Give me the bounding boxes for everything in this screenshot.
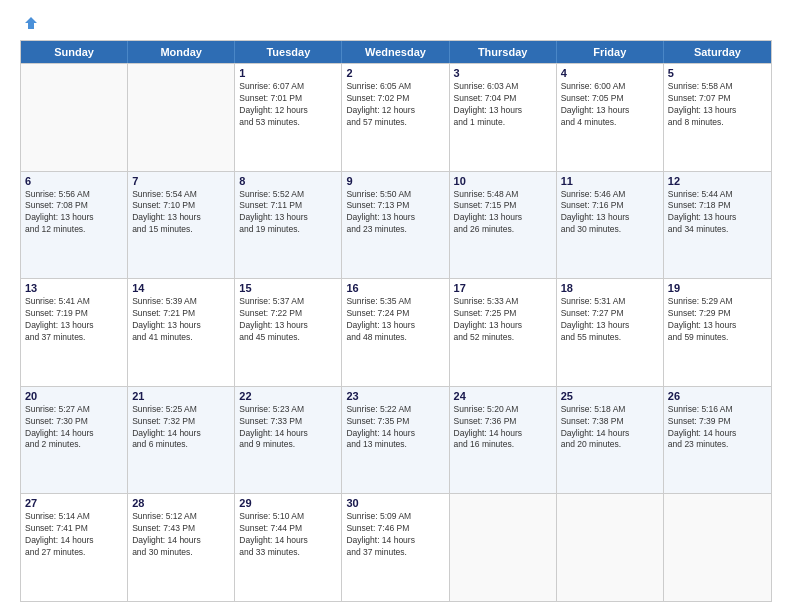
day-info: Sunrise: 5:46 AM Sunset: 7:16 PM Dayligh… [561, 189, 659, 237]
calendar-cell: 17Sunrise: 5:33 AM Sunset: 7:25 PM Dayli… [450, 279, 557, 386]
svg-marker-0 [25, 17, 37, 29]
day-number: 5 [668, 67, 767, 79]
calendar-cell: 12Sunrise: 5:44 AM Sunset: 7:18 PM Dayli… [664, 172, 771, 279]
day-info: Sunrise: 5:16 AM Sunset: 7:39 PM Dayligh… [668, 404, 767, 452]
header-day-tuesday: Tuesday [235, 41, 342, 63]
day-number: 11 [561, 175, 659, 187]
day-info: Sunrise: 5:56 AM Sunset: 7:08 PM Dayligh… [25, 189, 123, 237]
calendar-row-3: 20Sunrise: 5:27 AM Sunset: 7:30 PM Dayli… [21, 386, 771, 494]
calendar-cell [128, 64, 235, 171]
header-day-thursday: Thursday [450, 41, 557, 63]
day-number: 20 [25, 390, 123, 402]
calendar-cell: 11Sunrise: 5:46 AM Sunset: 7:16 PM Dayli… [557, 172, 664, 279]
header-day-sunday: Sunday [21, 41, 128, 63]
calendar-row-0: 1Sunrise: 6:07 AM Sunset: 7:01 PM Daylig… [21, 63, 771, 171]
day-info: Sunrise: 5:22 AM Sunset: 7:35 PM Dayligh… [346, 404, 444, 452]
day-number: 23 [346, 390, 444, 402]
calendar-cell: 9Sunrise: 5:50 AM Sunset: 7:13 PM Daylig… [342, 172, 449, 279]
calendar-body: 1Sunrise: 6:07 AM Sunset: 7:01 PM Daylig… [21, 63, 771, 601]
calendar-cell: 1Sunrise: 6:07 AM Sunset: 7:01 PM Daylig… [235, 64, 342, 171]
day-number: 29 [239, 497, 337, 509]
calendar-cell: 6Sunrise: 5:56 AM Sunset: 7:08 PM Daylig… [21, 172, 128, 279]
calendar-cell: 23Sunrise: 5:22 AM Sunset: 7:35 PM Dayli… [342, 387, 449, 494]
calendar-cell [450, 494, 557, 601]
day-info: Sunrise: 5:39 AM Sunset: 7:21 PM Dayligh… [132, 296, 230, 344]
calendar-cell: 8Sunrise: 5:52 AM Sunset: 7:11 PM Daylig… [235, 172, 342, 279]
day-number: 19 [668, 282, 767, 294]
calendar-cell: 15Sunrise: 5:37 AM Sunset: 7:22 PM Dayli… [235, 279, 342, 386]
calendar-cell: 7Sunrise: 5:54 AM Sunset: 7:10 PM Daylig… [128, 172, 235, 279]
calendar-cell: 16Sunrise: 5:35 AM Sunset: 7:24 PM Dayli… [342, 279, 449, 386]
calendar-cell: 24Sunrise: 5:20 AM Sunset: 7:36 PM Dayli… [450, 387, 557, 494]
day-info: Sunrise: 5:10 AM Sunset: 7:44 PM Dayligh… [239, 511, 337, 559]
calendar-cell [557, 494, 664, 601]
day-info: Sunrise: 5:33 AM Sunset: 7:25 PM Dayligh… [454, 296, 552, 344]
day-info: Sunrise: 5:18 AM Sunset: 7:38 PM Dayligh… [561, 404, 659, 452]
calendar-cell: 13Sunrise: 5:41 AM Sunset: 7:19 PM Dayli… [21, 279, 128, 386]
calendar-cell: 30Sunrise: 5:09 AM Sunset: 7:46 PM Dayli… [342, 494, 449, 601]
calendar-row-2: 13Sunrise: 5:41 AM Sunset: 7:19 PM Dayli… [21, 278, 771, 386]
header [20, 16, 772, 30]
day-number: 14 [132, 282, 230, 294]
day-info: Sunrise: 5:37 AM Sunset: 7:22 PM Dayligh… [239, 296, 337, 344]
day-number: 21 [132, 390, 230, 402]
day-info: Sunrise: 5:48 AM Sunset: 7:15 PM Dayligh… [454, 189, 552, 237]
day-number: 30 [346, 497, 444, 509]
day-number: 16 [346, 282, 444, 294]
day-number: 1 [239, 67, 337, 79]
calendar-row-4: 27Sunrise: 5:14 AM Sunset: 7:41 PM Dayli… [21, 493, 771, 601]
day-info: Sunrise: 5:20 AM Sunset: 7:36 PM Dayligh… [454, 404, 552, 452]
calendar-cell: 21Sunrise: 5:25 AM Sunset: 7:32 PM Dayli… [128, 387, 235, 494]
header-day-monday: Monday [128, 41, 235, 63]
day-number: 27 [25, 497, 123, 509]
day-number: 17 [454, 282, 552, 294]
calendar-header: SundayMondayTuesdayWednesdayThursdayFrid… [21, 41, 771, 63]
day-info: Sunrise: 6:03 AM Sunset: 7:04 PM Dayligh… [454, 81, 552, 129]
day-number: 13 [25, 282, 123, 294]
day-info: Sunrise: 6:07 AM Sunset: 7:01 PM Dayligh… [239, 81, 337, 129]
calendar-cell [664, 494, 771, 601]
calendar-cell: 2Sunrise: 6:05 AM Sunset: 7:02 PM Daylig… [342, 64, 449, 171]
day-number: 6 [25, 175, 123, 187]
calendar-cell: 5Sunrise: 5:58 AM Sunset: 7:07 PM Daylig… [664, 64, 771, 171]
calendar-cell [21, 64, 128, 171]
calendar-cell: 19Sunrise: 5:29 AM Sunset: 7:29 PM Dayli… [664, 279, 771, 386]
calendar-cell: 28Sunrise: 5:12 AM Sunset: 7:43 PM Dayli… [128, 494, 235, 601]
day-number: 4 [561, 67, 659, 79]
day-info: Sunrise: 5:41 AM Sunset: 7:19 PM Dayligh… [25, 296, 123, 344]
day-info: Sunrise: 6:00 AM Sunset: 7:05 PM Dayligh… [561, 81, 659, 129]
calendar-cell: 10Sunrise: 5:48 AM Sunset: 7:15 PM Dayli… [450, 172, 557, 279]
day-number: 8 [239, 175, 337, 187]
day-number: 3 [454, 67, 552, 79]
day-info: Sunrise: 5:31 AM Sunset: 7:27 PM Dayligh… [561, 296, 659, 344]
page: SundayMondayTuesdayWednesdayThursdayFrid… [0, 0, 792, 612]
calendar-cell: 18Sunrise: 5:31 AM Sunset: 7:27 PM Dayli… [557, 279, 664, 386]
day-info: Sunrise: 5:14 AM Sunset: 7:41 PM Dayligh… [25, 511, 123, 559]
day-info: Sunrise: 5:50 AM Sunset: 7:13 PM Dayligh… [346, 189, 444, 237]
header-day-wednesday: Wednesday [342, 41, 449, 63]
day-info: Sunrise: 6:05 AM Sunset: 7:02 PM Dayligh… [346, 81, 444, 129]
calendar-cell: 22Sunrise: 5:23 AM Sunset: 7:33 PM Dayli… [235, 387, 342, 494]
day-info: Sunrise: 5:58 AM Sunset: 7:07 PM Dayligh… [668, 81, 767, 129]
day-info: Sunrise: 5:12 AM Sunset: 7:43 PM Dayligh… [132, 511, 230, 559]
day-number: 7 [132, 175, 230, 187]
day-number: 2 [346, 67, 444, 79]
day-number: 18 [561, 282, 659, 294]
day-info: Sunrise: 5:54 AM Sunset: 7:10 PM Dayligh… [132, 189, 230, 237]
header-day-friday: Friday [557, 41, 664, 63]
day-info: Sunrise: 5:52 AM Sunset: 7:11 PM Dayligh… [239, 189, 337, 237]
calendar-cell: 27Sunrise: 5:14 AM Sunset: 7:41 PM Dayli… [21, 494, 128, 601]
day-info: Sunrise: 5:29 AM Sunset: 7:29 PM Dayligh… [668, 296, 767, 344]
calendar-cell: 14Sunrise: 5:39 AM Sunset: 7:21 PM Dayli… [128, 279, 235, 386]
calendar-cell: 25Sunrise: 5:18 AM Sunset: 7:38 PM Dayli… [557, 387, 664, 494]
day-info: Sunrise: 5:23 AM Sunset: 7:33 PM Dayligh… [239, 404, 337, 452]
header-day-saturday: Saturday [664, 41, 771, 63]
logo-icon [24, 16, 38, 30]
day-number: 10 [454, 175, 552, 187]
day-number: 25 [561, 390, 659, 402]
day-info: Sunrise: 5:44 AM Sunset: 7:18 PM Dayligh… [668, 189, 767, 237]
day-number: 22 [239, 390, 337, 402]
day-number: 26 [668, 390, 767, 402]
day-number: 9 [346, 175, 444, 187]
calendar-cell: 20Sunrise: 5:27 AM Sunset: 7:30 PM Dayli… [21, 387, 128, 494]
